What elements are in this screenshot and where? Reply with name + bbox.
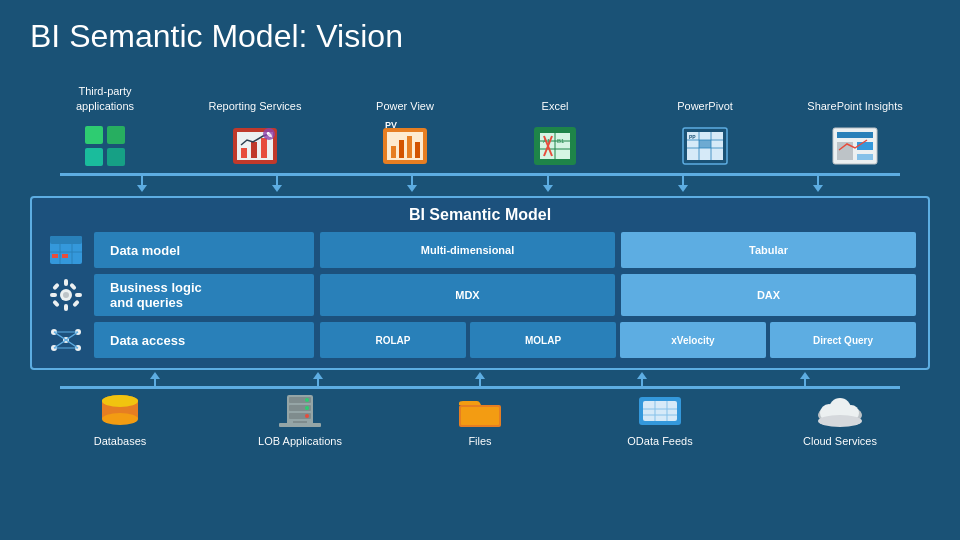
data-model-label: Data model bbox=[94, 232, 314, 268]
top-arrows bbox=[0, 176, 960, 192]
business-logic-row: Business logic and queries MDX DAX bbox=[44, 274, 916, 316]
semantic-model-title: BI Semantic Model bbox=[44, 206, 916, 224]
arrow-4 bbox=[543, 176, 553, 192]
arrow-1 bbox=[137, 176, 147, 192]
top-item-powerview: Power View PV bbox=[350, 99, 460, 173]
svg-text:✎: ✎ bbox=[266, 131, 273, 140]
svg-rect-58 bbox=[72, 300, 80, 308]
svg-rect-42 bbox=[857, 142, 873, 150]
cloud-services-label: Cloud Services bbox=[803, 435, 877, 447]
svg-rect-45 bbox=[50, 236, 82, 244]
direct-query-tag: Direct Query bbox=[770, 322, 916, 358]
svg-rect-38 bbox=[699, 140, 711, 148]
arrow-up-5 bbox=[800, 372, 810, 386]
gear-icon bbox=[44, 274, 88, 316]
powerpivot-icon: PP bbox=[678, 119, 732, 173]
excel-label: Excel bbox=[542, 99, 569, 113]
arrow-6 bbox=[813, 176, 823, 192]
molap-tag: MOLAP bbox=[470, 322, 616, 358]
svg-rect-60 bbox=[52, 300, 60, 308]
top-item-third-party: Third-party applications bbox=[50, 84, 160, 173]
data-model-tags: Multi-dimensional Tabular bbox=[320, 232, 916, 268]
svg-rect-56 bbox=[75, 293, 82, 297]
svg-point-74 bbox=[102, 413, 138, 425]
svg-rect-18 bbox=[399, 140, 404, 158]
bottom-item-cloud: Cloud Services bbox=[785, 393, 895, 447]
svg-line-67 bbox=[66, 332, 78, 340]
semantic-model-rows: Data model Multi-dimensional Tabular bbox=[44, 232, 916, 358]
folder-icon bbox=[455, 393, 505, 429]
svg-text:B1: B1 bbox=[557, 138, 565, 144]
odata-feeds-label: OData Feeds bbox=[627, 435, 692, 447]
multidimensional-tag: Multi-dimensional bbox=[320, 232, 615, 268]
files-label: Files bbox=[468, 435, 491, 447]
third-party-label: Third-party applications bbox=[50, 84, 160, 113]
svg-rect-49 bbox=[52, 254, 58, 258]
top-item-powerpivot: PowerPivot PP bbox=[650, 99, 760, 173]
sharepoint-label: SharePoint Insights bbox=[807, 99, 902, 113]
lob-applications-label: LOB Applications bbox=[258, 435, 342, 447]
bottom-item-lob: LOB Applications bbox=[245, 393, 355, 447]
svg-rect-10 bbox=[241, 148, 247, 158]
svg-rect-40 bbox=[837, 132, 873, 138]
reporting-label: Reporting Services bbox=[209, 99, 302, 113]
arrow-3 bbox=[407, 176, 417, 192]
top-item-excel: Excel A1 B1 bbox=[500, 99, 610, 173]
bottom-item-files: Files bbox=[425, 393, 535, 447]
svg-point-75 bbox=[102, 395, 138, 407]
svg-rect-55 bbox=[50, 293, 57, 297]
data-model-row: Data model Multi-dimensional Tabular bbox=[44, 232, 916, 268]
svg-rect-19 bbox=[407, 136, 412, 158]
powerpivot-label: PowerPivot bbox=[677, 99, 733, 113]
svg-point-97 bbox=[818, 415, 862, 427]
powerview-label: Power View bbox=[376, 99, 434, 113]
svg-rect-86 bbox=[461, 407, 499, 425]
database-icon bbox=[95, 393, 145, 429]
databases-label: Databases bbox=[94, 435, 147, 447]
page-title: BI Semantic Model: Vision bbox=[0, 0, 960, 63]
data-access-label: Data access bbox=[94, 322, 314, 358]
arrow-up-3 bbox=[475, 372, 485, 386]
svg-marker-7 bbox=[103, 153, 107, 157]
arrow-up-4 bbox=[637, 372, 647, 386]
arrow-5 bbox=[678, 176, 688, 192]
svg-rect-11 bbox=[251, 142, 257, 158]
svg-rect-12 bbox=[261, 138, 267, 158]
svg-marker-5 bbox=[94, 144, 98, 148]
svg-rect-3 bbox=[107, 148, 125, 166]
bottom-arrows bbox=[0, 372, 960, 386]
bottom-item-odata: OData Feeds bbox=[605, 393, 715, 447]
svg-text:PV: PV bbox=[385, 120, 397, 130]
reporting-icon: ✎ bbox=[228, 119, 282, 173]
tabular-tag: Tabular bbox=[621, 232, 916, 268]
xvelocity-tag: xVelocity bbox=[620, 322, 766, 358]
arrow-up-1 bbox=[150, 372, 160, 386]
top-connector-bar bbox=[60, 173, 900, 176]
svg-line-68 bbox=[54, 340, 66, 348]
svg-rect-88 bbox=[643, 401, 677, 421]
arrow-up-2 bbox=[313, 372, 323, 386]
rolap-tag: ROLAP bbox=[320, 322, 466, 358]
svg-rect-50 bbox=[62, 254, 68, 258]
puzzle-icon bbox=[78, 119, 132, 173]
svg-rect-2 bbox=[85, 148, 103, 166]
semantic-model-box: BI Semantic Model Data model Multi-dimen… bbox=[30, 196, 930, 370]
business-logic-label: Business logic and queries bbox=[94, 274, 314, 316]
sharepoint-icon bbox=[828, 119, 882, 173]
svg-rect-57 bbox=[52, 283, 60, 291]
excel-icon: A1 B1 bbox=[528, 119, 582, 173]
svg-rect-43 bbox=[857, 154, 873, 160]
table-icon bbox=[44, 232, 88, 268]
network-icon bbox=[44, 322, 88, 358]
svg-point-80 bbox=[305, 398, 309, 402]
top-item-reporting: Reporting Services ✎ bbox=[200, 99, 310, 173]
data-access-row: Data access ROLAP MOLAP xVelocity Direct… bbox=[44, 322, 916, 358]
dax-tag: DAX bbox=[621, 274, 916, 316]
power-view-icon: PV bbox=[378, 119, 432, 173]
arrow-2 bbox=[272, 176, 282, 192]
client-tools-row: Third-party applications Reporting Servi… bbox=[0, 63, 960, 173]
data-access-tags: ROLAP MOLAP xVelocity Direct Query bbox=[320, 322, 916, 358]
bottom-item-databases: Databases bbox=[65, 393, 175, 447]
top-item-sharepoint: SharePoint Insights bbox=[800, 99, 910, 173]
svg-rect-1 bbox=[107, 126, 125, 144]
